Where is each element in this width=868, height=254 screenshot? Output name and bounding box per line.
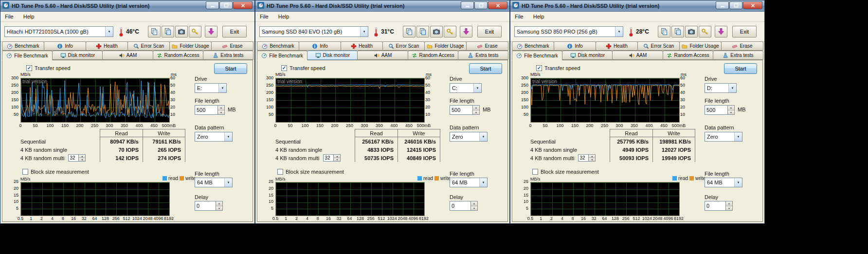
menu-help[interactable]: Help [533, 14, 544, 19]
tab-disk-monitor[interactable]: Disk monitor [52, 51, 103, 60]
menu-file[interactable]: File [5, 14, 14, 19]
file-length-input[interactable]: 500 ▲▼ [195, 105, 225, 115]
delay-input[interactable]: 0 ▲▼ [450, 201, 478, 211]
titlebar[interactable]: HD Tune Pro 5.60 - Hard Disk/SSD Utility… [0, 0, 254, 12]
data-pattern-select[interactable]: Zero ▼ [195, 132, 233, 142]
exit-button[interactable]: Exit [222, 26, 247, 37]
tab-extra-tests[interactable]: Extra tests [713, 51, 763, 60]
spin-down-icon[interactable]: ▼ [334, 158, 340, 161]
tab-aam[interactable]: AAM [102, 51, 153, 60]
save-results-button[interactable] [460, 26, 472, 37]
saved-screenshots-button[interactable] [444, 26, 456, 37]
spin-up-icon[interactable]: ▲ [728, 106, 734, 110]
save-results-button[interactable] [715, 26, 727, 37]
copy-text-button[interactable] [658, 26, 670, 37]
spin-down-icon[interactable]: ▼ [473, 110, 479, 115]
menu-help[interactable]: Help [23, 14, 35, 19]
exit-button[interactable]: Exit [732, 26, 757, 37]
spin-up-icon[interactable]: ▲ [473, 106, 479, 110]
tab-erase[interactable]: Erase [721, 41, 763, 51]
copy-text-button[interactable] [403, 26, 416, 37]
save-results-button[interactable] [205, 26, 217, 37]
data-pattern-select[interactable]: Zero ▼ [705, 132, 742, 142]
tab-random-access[interactable]: Random Access [153, 51, 203, 60]
tab-health[interactable]: Health [86, 41, 128, 51]
spin-up-icon[interactable]: ▲ [216, 201, 222, 206]
close-button[interactable] [488, 1, 507, 9]
tab-error-scan[interactable]: Error Scan [637, 41, 680, 51]
tab-folder-usage[interactable]: Folder Usage [169, 41, 212, 51]
drive-select[interactable]: D: ▼ [705, 83, 737, 93]
spin-up-icon[interactable]: ▲ [334, 155, 340, 158]
spin-down-icon[interactable]: ▼ [589, 158, 595, 161]
tab-benchmark[interactable]: Benchmark [512, 41, 554, 51]
menu-file[interactable]: File [515, 14, 524, 19]
queue-depth-input[interactable]: 32 ▲▼ [68, 154, 86, 162]
spin-up-icon[interactable]: ▲ [726, 201, 732, 206]
delay-input[interactable]: 0 ▲▼ [195, 201, 223, 211]
close-button[interactable] [233, 1, 253, 9]
drive-select[interactable]: E: ▼ [195, 83, 227, 93]
spin-up-icon[interactable]: ▲ [79, 155, 85, 158]
block-size-checkbox[interactable]: Block size measurement [532, 169, 599, 175]
screenshot-button[interactable] [430, 26, 443, 37]
tab-info[interactable]: Info [44, 41, 86, 51]
tab-random-access[interactable]: Random Access [663, 51, 713, 60]
spin-down-icon[interactable]: ▼ [728, 110, 734, 115]
saved-screenshots-button[interactable] [699, 26, 711, 37]
menu-file[interactable]: File [260, 14, 269, 19]
exit-button[interactable]: Exit [477, 26, 502, 37]
tab-error-scan[interactable]: Error Scan [127, 41, 170, 51]
file-length-input[interactable]: 500 ▲▼ [705, 105, 735, 115]
tab-folder-usage[interactable]: Folder Usage [679, 41, 722, 51]
file-length-input[interactable]: 500 ▲▼ [450, 105, 480, 115]
titlebar[interactable]: HD Tune Pro 5.60 - Hard Disk/SSD Utility… [510, 0, 764, 12]
block-file-length-select[interactable]: 64 MB ▼ [450, 178, 488, 187]
tab-folder-usage[interactable]: Folder Usage [424, 41, 467, 51]
spin-down-icon[interactable]: ▼ [216, 206, 222, 211]
drive-model-select[interactable]: Hitachi HDT721010SLA (1000 gB) ▼ [4, 26, 113, 37]
minimize-button[interactable] [206, 1, 219, 9]
tab-error-scan[interactable]: Error Scan [382, 41, 425, 51]
drive-model-select[interactable]: Samsung SSD 840 EVO (120 gB) ▼ [259, 26, 368, 37]
tab-erase[interactable]: Erase [466, 41, 508, 51]
tab-health[interactable]: Health [596, 41, 638, 51]
tab-disk-monitor[interactable]: Disk monitor [307, 51, 358, 60]
transfer-speed-checkbox[interactable]: ✓ Transfer speed [26, 65, 71, 71]
maximize-button[interactable] [729, 1, 742, 9]
maximize-button[interactable] [219, 1, 233, 9]
spin-down-icon[interactable]: ▼ [218, 110, 224, 115]
tab-extra-tests[interactable]: Extra tests [458, 51, 508, 60]
start-button[interactable]: Start [724, 63, 757, 74]
menu-help[interactable]: Help [278, 14, 289, 19]
delay-input[interactable]: 0 ▲▼ [705, 201, 733, 211]
screenshot-button[interactable] [685, 26, 698, 37]
block-size-checkbox[interactable]: Block size measurement [277, 169, 344, 175]
maximize-button[interactable] [474, 1, 488, 9]
minimize-button[interactable] [461, 1, 474, 9]
block-size-checkbox[interactable]: Block size measurement [22, 169, 89, 175]
start-button[interactable]: Start [214, 63, 247, 74]
tab-erase[interactable]: Erase [211, 41, 253, 51]
spin-up-icon[interactable]: ▲ [589, 155, 595, 158]
titlebar[interactable]: HD Tune Pro 5.60 - Hard Disk/SSD Utility… [255, 0, 509, 12]
tab-random-access[interactable]: Random Access [408, 51, 458, 60]
copy-text-button[interactable] [148, 26, 161, 37]
tab-info[interactable]: Info [299, 41, 341, 51]
tab-health[interactable]: Health [341, 41, 383, 51]
copy-image-button[interactable] [162, 26, 174, 37]
tab-benchmark[interactable]: Benchmark [2, 41, 44, 51]
tab-aam[interactable]: AAM [612, 51, 663, 60]
tab-benchmark[interactable]: Benchmark [257, 41, 299, 51]
block-file-length-select[interactable]: 64 MB ▼ [195, 178, 233, 187]
spin-down-icon[interactable]: ▼ [726, 206, 732, 211]
drive-model-select[interactable]: Samsung SSD 850 PRO (256 gB) ▼ [514, 26, 623, 37]
transfer-speed-checkbox[interactable]: ✓ Transfer speed [536, 65, 580, 71]
data-pattern-select[interactable]: Zero ▼ [450, 132, 488, 142]
queue-depth-input[interactable]: 32 ▲▼ [323, 154, 341, 162]
spin-up-icon[interactable]: ▲ [218, 106, 224, 110]
tab-disk-monitor[interactable]: Disk monitor [562, 51, 613, 60]
tab-file-benchmark[interactable]: File Benchmark [512, 51, 562, 60]
tab-file-benchmark[interactable]: File Benchmark [2, 51, 53, 60]
tab-info[interactable]: Info [554, 41, 596, 51]
